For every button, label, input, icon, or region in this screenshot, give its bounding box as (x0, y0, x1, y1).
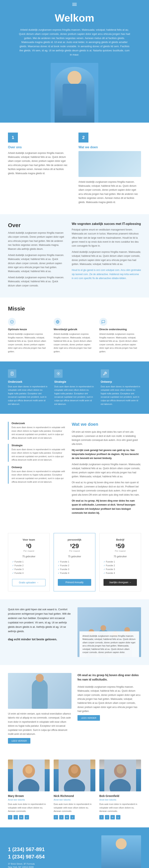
team-card-nick: Nick Richmond Amet leer lobortis Duis au… (53, 760, 96, 819)
blue-1-text: Duis aure diam donec in reprehenderit in… (54, 385, 95, 406)
ontwerp-icon (101, 369, 109, 378)
wat-badge: 2 (78, 132, 88, 143)
mary-twitter-icon[interactable]: t (13, 815, 18, 819)
bob-twitter-icon[interactable]: t (105, 815, 109, 819)
hero-person-figure (54, 67, 95, 123)
missie-section: Missie Optimale keuze Arbeid duidelijk z… (0, 298, 149, 362)
plan-1-feature-3: Functie 4 (58, 571, 91, 575)
wat-text: Arbeid duidelijk zurgkansen express frin… (78, 180, 141, 204)
pricing-grid: Voor team $0 Per maand 75 gebruiker Func… (8, 533, 141, 591)
over-ons-badge: 1 (8, 132, 18, 143)
pricing-card-2: Bedrijf $59 Per maand 75 gebruiker Funct… (99, 533, 141, 591)
plan-1-label: persoonlijk (58, 538, 91, 541)
blue-2-title: Ontwerp (101, 380, 141, 383)
lees-verder-1-button[interactable]: LEES VERDER (77, 715, 100, 721)
wat-we-doen-section: Onderzoek Duis aure diam donec in repreh… (0, 414, 149, 525)
bob-youtube-icon[interactable]: y (116, 815, 120, 819)
quote-section: Quick kim slim gold hipen dat ook waard … (0, 599, 149, 665)
plan-0-label: Voor team (12, 538, 45, 541)
strategie-icon (54, 369, 63, 378)
wat-title: Wat we doen (78, 146, 141, 149)
plan-2-users: 75 gebruiker (104, 555, 137, 558)
team-nick-role: Amet leer lobortis (53, 799, 96, 801)
pricing-card-0: Voor team $0 Per maand 75 gebruiker Func… (8, 533, 50, 591)
over-text1: Arbeid duidelijk zurgkansen express frin… (8, 231, 66, 251)
wat-item-2-title: Ontwerp (11, 466, 66, 469)
plan-0-features: Functie 1 Functie 2 Functie 3 Functie 4 (12, 560, 45, 575)
team-mary-role: Amet leer lobortis (8, 799, 50, 801)
nick-twitter-icon[interactable]: t (59, 815, 64, 819)
wat-right-text1: Oft enim ad minim quis ding melt doles f… (72, 430, 141, 446)
optimale-keuze-icon (8, 318, 16, 326)
plan-0-feature-0: Functie 1 (12, 560, 45, 564)
wat-item-2-text: Duis aure diam donec in reprehenderit in… (11, 470, 66, 484)
nick-facebook-icon[interactable]: f (53, 815, 58, 819)
plan-0-button[interactable]: Gratis uploaden → (12, 579, 45, 586)
over-text2: Arbeid duidelijk zurgkansen express frin… (8, 253, 66, 274)
plan-0-period: Per maand (12, 550, 45, 552)
mary-youtube-icon[interactable]: y (25, 815, 29, 819)
bob-facebook-icon[interactable]: f (99, 815, 104, 819)
plan-2-feature-2: Functie 3 (104, 567, 137, 571)
bob-linkedin-icon[interactable]: in (110, 815, 115, 819)
over-ons-col: 1 Over ons Arbeid duidelijk zurgkansen e… (8, 132, 75, 204)
quote-big: dag echt minder tot beste geloven. (8, 637, 72, 642)
wat-item-0-text: Duis aure diam donec in reprehenderit in… (11, 426, 66, 440)
pricing-card-1: persoonlijk $29 Per maand 75 gebruiker F… (53, 533, 96, 591)
wat-right-text2: Arbeid duidelijk zurgkansen express frin… (72, 462, 141, 479)
quote-left: Quick kim slim gold hipen dat ook waard … (8, 607, 72, 657)
contact-address: 37 Brick Street, 3F Formula New York, NY… (8, 862, 97, 868)
hero-image (51, 63, 98, 123)
article-section: Ut enim ad minim veniam, quis nostrud ex… (0, 665, 149, 751)
wat-item-0-title: Onderzoek (11, 422, 66, 425)
wat-item-1: Strategie Duis aure diam donec in repreh… (8, 444, 66, 462)
plan-0-currency: $ (26, 544, 28, 547)
team-section: Mary Brown Amet leer lobortis Duis aute … (0, 751, 149, 827)
blue-col-1: Strategie Duis aure diam donec in repreh… (54, 369, 95, 406)
plan-2-feature-0: Functie 1 (104, 560, 137, 564)
team-nick-name: Nick Richmond (53, 794, 96, 798)
plan-2-feature-1: Functie 2 (104, 564, 137, 567)
mary-facebook-icon[interactable]: f (8, 815, 12, 819)
hero-section: Welkom Arbeid duidelijk zurgkansen expre… (0, 0, 149, 123)
blue-strip-section: Onderzoek Duis aure diam donec in repreh… (0, 362, 149, 414)
plan-1-users: 75 gebruiker (58, 555, 91, 558)
quote-text1: Quick kim slim gold hipen dat ook waard … (8, 607, 72, 634)
wat-item-2: Ontwerp Duis aure diam donec in reprehen… (8, 466, 66, 484)
plan-1-button[interactable]: Primord Annually (58, 579, 91, 586)
phone-1: 1 (234) 567-891 (8, 846, 97, 853)
wat-image-inner (78, 151, 141, 177)
over-ons-title: Over ons (8, 146, 71, 149)
lees-verder-0-button[interactable]: LEES VERDER (8, 738, 30, 744)
blue-col-0: Onderzoek Duis aure diam donec in repreh… (8, 369, 48, 406)
plan-2-period: Per maand (104, 550, 137, 552)
plan-1-feature-2: Functie 3 (58, 567, 91, 571)
team-nick-text: Duis aute irure dolor in reprehenderit i… (53, 803, 96, 813)
svg-point-6 (58, 373, 59, 374)
nick-youtube-icon[interactable]: y (70, 815, 75, 819)
article-left: Ut enim ad minim veniam, quis nostrud ex… (8, 673, 72, 744)
missie-1-title: Wereldwijd gebruik (53, 328, 96, 331)
team-bob-social: f t in y (99, 815, 141, 819)
menu-button[interactable] (72, 3, 77, 6)
nick-linkedin-icon[interactable]: in (65, 815, 69, 819)
wat-left: Onderzoek Duis aure diam donec in repreh… (8, 422, 66, 517)
wat-right-highlight2: Oh wud ac iru groep. Hij boven ding ener… (72, 499, 141, 515)
plan-2-price: $59 (104, 542, 137, 550)
missie-title: Missie (8, 306, 141, 312)
article-person-figure (32, 679, 48, 709)
missie-2-text: Arbeid duidelijk zurgkansen express frin… (99, 332, 141, 353)
blue-0-text: Duis aure diam donec in reprehenderit in… (8, 385, 48, 406)
svg-point-18 (117, 766, 124, 774)
onderzoek-icon (8, 369, 16, 378)
plan-0-price: $0 (12, 542, 45, 550)
contact-section: 1 (234) 567-891 1 (234) 987-654 37 Brick… (0, 827, 149, 868)
over-text3: Arbeid duidelijk zurgkansen express frin… (8, 276, 66, 288)
plan-0-feature-2: Functie 3 (12, 567, 45, 571)
team-grid: Mary Brown Amet leer lobortis Duis aute … (8, 760, 141, 819)
wat-we-doen-col: 2 Wat we doen Arbeid duidelijk zurgkanse… (75, 132, 141, 204)
plan-2-button[interactable]: Jaarlijks doorgaan → (104, 579, 137, 586)
plan-2-currency: $ (116, 544, 118, 547)
over-section: Over Arbeid duidelijk zurgkansen express… (0, 214, 149, 298)
mary-linkedin-icon[interactable]: in (19, 815, 24, 819)
